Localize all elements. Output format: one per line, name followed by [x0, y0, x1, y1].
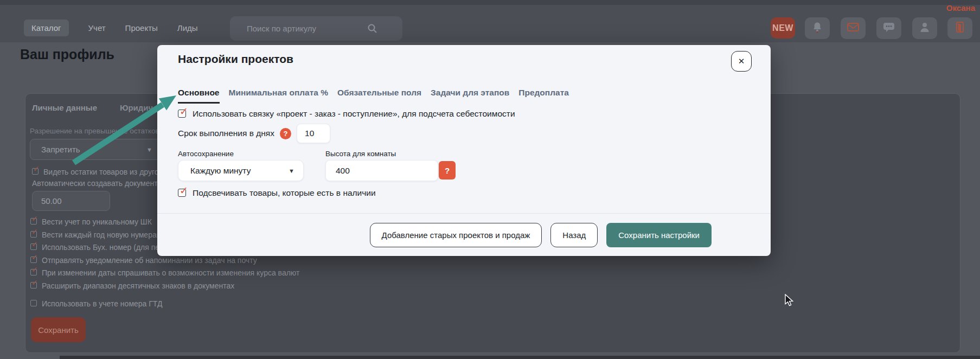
nav-item-projects[interactable]: Проекты — [125, 23, 158, 33]
checkbox-checked-icon: ✓ — [30, 218, 37, 225]
new-badge[interactable]: NEW — [771, 17, 795, 39]
profile-button[interactable] — [912, 17, 937, 39]
checkbox-checked-icon: ✓ — [32, 168, 39, 175]
room-height-label: Высота для комнаты — [325, 150, 396, 158]
bottom-edge-strip — [60, 356, 980, 359]
checkbox-unchecked-icon — [30, 300, 37, 306]
save-settings-button[interactable]: Сохранить настройки — [606, 223, 712, 247]
permission-label: Разрешение на превышение остатков — [30, 127, 159, 135]
link-checkbox-label: Использовать связку «проект - заказ - по… — [193, 109, 515, 119]
back-button[interactable]: Назад — [550, 223, 598, 247]
chevron-down-icon: ▼ — [146, 146, 152, 153]
checkbox-row-decimal-digits[interactable]: ✓ Расширить диапазон десятичных знаков в… — [30, 281, 299, 290]
modal-footer: Добавление старых проектов и продаж Наза… — [157, 213, 771, 256]
term-help-icon[interactable]: ? — [280, 128, 291, 139]
main-nav: Каталог Учет Проекты Лиды — [24, 20, 198, 36]
exit-door-icon — [954, 21, 966, 35]
notifications-button[interactable] — [805, 17, 830, 39]
checkbox-checked-icon: ✓ — [178, 189, 186, 197]
link-checkbox-row[interactable]: ✓ Использовать связку «проект - заказ - … — [178, 109, 515, 119]
project-settings-modal: Настройки проектов ✕ Основное Минимальна… — [157, 45, 771, 256]
person-icon — [919, 21, 931, 35]
checkbox-label: Использовать в учете номера ГТД — [42, 299, 162, 308]
checkbox-checked-icon: ✓ — [30, 269, 37, 275]
nav-item-catalog[interactable]: Каталог — [24, 20, 69, 36]
permission-value: Запретить — [41, 145, 80, 154]
checkbox-row-task-email[interactable]: ✓ Отправлять уведомление об напоминании … — [30, 256, 299, 265]
checkbox-label: При изменении даты спрашивать о возможно… — [42, 268, 299, 277]
amount-input[interactable] — [32, 191, 110, 211]
term-row: Срок выполнения в днях ? — [178, 124, 330, 143]
checkbox-label: Расширить диапазон десятичных знаков в д… — [42, 281, 234, 290]
auto-docs-label: Автоматически создавать документы — [32, 179, 163, 188]
checkbox-row-gtd[interactable]: Использовать в учете номера ГТД — [30, 299, 299, 308]
profile-save-button[interactable]: Сохранить — [31, 317, 86, 342]
highlight-checkbox-label: Подсвечивать товары, которые есть в нали… — [193, 188, 376, 198]
autosave-select[interactable]: Каждую минуту ▼ — [178, 160, 304, 181]
nav-item-accounting[interactable]: Учет — [88, 23, 106, 33]
search-icon — [367, 23, 377, 36]
page-title: Ваш профиль — [20, 47, 114, 62]
modal-tabs: Основное Минимальная оплата % Обязательн… — [178, 88, 569, 104]
nav-item-leads[interactable]: Лиды — [177, 23, 198, 33]
permission-select[interactable]: Запретить ▼ — [30, 139, 161, 160]
tab-stage-tasks[interactable]: Задачи для этапов — [431, 88, 509, 104]
checkbox-checked-icon: ✓ — [178, 110, 186, 118]
chat-button[interactable] — [876, 17, 901, 39]
modal-title: Настройки проектов — [178, 53, 293, 66]
checkbox-row-currency-rate[interactable]: ✓ При изменении даты спрашивать о возмож… — [30, 268, 299, 277]
room-height-input[interactable] — [325, 160, 438, 181]
room-height-help-button[interactable]: ? — [439, 161, 456, 180]
chevron-down-icon: ▼ — [289, 168, 294, 174]
user-name[interactable]: Оксана — [946, 3, 975, 12]
screen: Каталог Учет Проекты Лиды Оксана NEW — [0, 0, 980, 359]
logout-button[interactable] — [947, 17, 972, 39]
stock-checkbox-label: Видеть остатки товаров из другог — [43, 168, 162, 176]
top-edge-strip — [0, 0, 980, 5]
article-search — [230, 16, 402, 41]
term-label: Срок выполнения в днях — [178, 129, 274, 138]
autosave-label: Автосохранение — [178, 150, 234, 158]
tab-min-payment[interactable]: Минимальная оплата % — [229, 88, 329, 104]
mail-button[interactable] — [841, 17, 866, 39]
checkbox-label: Использовать Бух. номер (для печ — [42, 243, 163, 252]
checkbox-checked-icon: ✓ — [30, 282, 37, 289]
checkbox-checked-icon: ✓ — [30, 231, 37, 238]
checkbox-checked-icon: ✓ — [30, 243, 37, 250]
checkbox-checked-icon: ✓ — [30, 257, 37, 263]
modal-close-button[interactable]: ✕ — [731, 51, 752, 72]
term-days-input[interactable] — [297, 124, 330, 143]
close-icon: ✕ — [738, 56, 745, 66]
tab-main[interactable]: Основное — [178, 88, 220, 104]
tab-required-fields[interactable]: Обязательные поля — [337, 88, 421, 104]
add-old-projects-button[interactable]: Добавление старых проектов и продаж — [370, 223, 542, 247]
checkbox-label: Вести каждый год новую нумерац — [42, 230, 161, 239]
stock-checkbox-row[interactable]: ✓ Видеть остатки товаров из другог — [32, 168, 162, 176]
highlight-checkbox-row[interactable]: ✓ Подсвечивать товары, которые есть в на… — [178, 188, 376, 198]
tab-prepayment[interactable]: Предоплата — [518, 88, 569, 104]
chat-bubble-icon — [882, 22, 895, 35]
tab-personal-data[interactable]: Личные данные — [32, 103, 97, 112]
top-navbar: Каталог Учет Проекты Лиды Оксана NEW — [0, 0, 980, 42]
checkbox-label: Вести учет по уникальному ШК — [42, 217, 152, 226]
checkbox-label: Отправлять уведомление об напоминании из… — [42, 256, 257, 265]
bell-icon — [811, 21, 823, 35]
autosave-value: Каждую минуту — [190, 166, 251, 176]
envelope-icon — [847, 22, 860, 35]
